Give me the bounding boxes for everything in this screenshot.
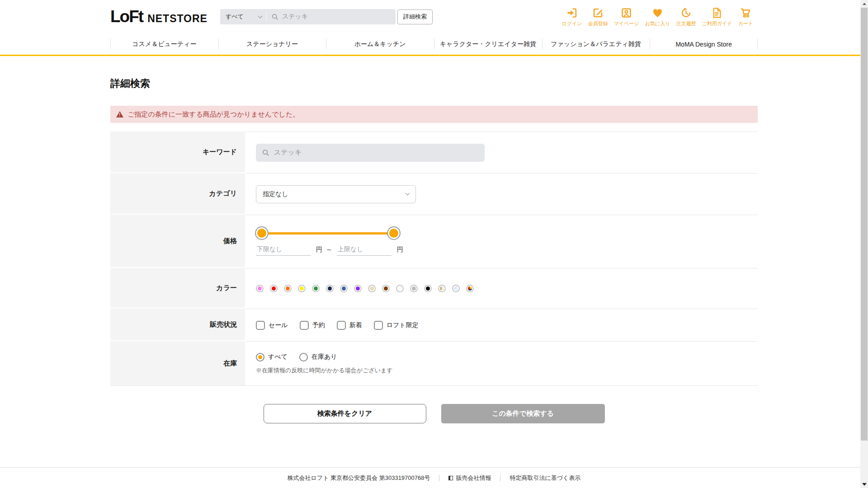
header-search-box: すべて <box>220 9 396 24</box>
radio-in-stock[interactable]: 在庫あり <box>299 353 337 361</box>
color-swatch-orange[interactable] <box>284 285 292 292</box>
color-swatch-green[interactable] <box>312 285 320 292</box>
radio-button[interactable] <box>299 353 308 361</box>
form-row-keyword: キーワード <box>110 131 758 173</box>
checkbox-box[interactable] <box>256 321 265 330</box>
form-actions: 検索条件をクリア この条件で検索する <box>110 404 758 423</box>
stock-options: すべて 在庫あり <box>256 353 758 361</box>
checkbox-reservation[interactable]: 予約 <box>300 321 325 330</box>
search-icon <box>271 13 278 20</box>
price-max-input[interactable] <box>337 245 392 256</box>
company-info-icon <box>448 476 453 480</box>
quick-link-label: ログイン <box>562 20 582 27</box>
color-swatch-clear[interactable] <box>452 285 460 292</box>
form-row-sales-status: 販売状況 セール 予約 新着 <box>110 309 758 341</box>
color-swatch-pink[interactable] <box>256 285 264 292</box>
checkbox-label: セール <box>269 321 288 329</box>
footer-link-label: 販売会社情報 <box>456 474 491 482</box>
color-swatch-gray[interactable] <box>410 285 418 292</box>
checkbox-sale[interactable]: セール <box>256 321 288 330</box>
category-select-value: 指定なし <box>263 190 288 198</box>
quick-link-login[interactable]: ログイン <box>562 7 582 27</box>
quick-link-label: お気に入り <box>645 20 670 27</box>
sales-status-label: 販売状況 <box>110 309 245 341</box>
header-search-input[interactable] <box>282 13 391 20</box>
quick-link-order-history[interactable]: 注文履歴 <box>676 7 696 27</box>
search-with-conditions-button[interactable]: この条件で検索する <box>441 404 605 423</box>
color-swatch-black[interactable] <box>424 285 432 292</box>
price-min-input[interactable] <box>256 245 311 256</box>
color-swatch-list <box>256 285 758 292</box>
mypage-icon <box>620 7 632 19</box>
quick-link-guide[interactable]: ご利用ガイド <box>702 7 732 27</box>
checkbox-box[interactable] <box>300 321 309 330</box>
radio-label: すべて <box>268 353 288 361</box>
search-category-select[interactable]: すべて <box>220 9 266 24</box>
heart-icon <box>651 7 664 19</box>
footer-link-company-info[interactable]: 販売会社情報 <box>448 474 491 482</box>
up-triangle-icon <box>863 3 866 5</box>
color-swatch-multicolor[interactable] <box>466 285 474 292</box>
radio-all[interactable]: すべて <box>256 353 288 361</box>
checkbox-box[interactable] <box>337 321 346 330</box>
detail-search-button[interactable]: 詳細検索 <box>397 9 433 24</box>
clear-conditions-button[interactable]: 検索条件をクリア <box>264 404 426 423</box>
quick-link-favorites[interactable]: お気に入り <box>645 7 670 27</box>
checkbox-box[interactable] <box>374 321 383 330</box>
color-swatch-beige[interactable] <box>368 285 376 292</box>
scrollbar-thumb[interactable] <box>861 8 868 441</box>
color-swatch-brown[interactable] <box>382 285 390 292</box>
color-swatch-navy[interactable] <box>326 285 334 292</box>
login-icon <box>566 7 578 19</box>
quick-link-mypage[interactable]: マイページ <box>614 7 639 27</box>
price-slider-min-handle[interactable] <box>256 227 268 239</box>
scrollbar[interactable] <box>860 0 868 488</box>
page: LoFt NETSTORE すべて <box>0 0 868 488</box>
footer-divider <box>500 475 500 481</box>
price-max-unit: 円 <box>397 246 403 254</box>
page-title: 詳細検索 <box>110 77 758 90</box>
nav-item-fashion-variety[interactable]: ファッション＆バラエティ雑貨 <box>542 33 650 55</box>
nav-item-cosme[interactable]: コスメ＆ビューティー <box>110 33 218 55</box>
down-triangle-icon <box>862 483 867 486</box>
color-swatch-red[interactable] <box>270 285 278 292</box>
loft-logo-mark: LoFt <box>110 7 143 26</box>
color-swatch-yellow[interactable] <box>298 285 306 292</box>
loft-logo-text: NETSTORE <box>147 13 208 25</box>
footer-link-commercial-law[interactable]: 特定商取引法に基づく表示 <box>509 474 580 482</box>
cart-icon <box>740 7 752 19</box>
checkbox-loft-limited[interactable]: ロフト限定 <box>374 321 419 330</box>
checkbox-new-arrival[interactable]: 新着 <box>337 321 362 330</box>
nav-item-character[interactable]: キャラクター・クリエイター雑貨 <box>434 33 542 55</box>
form-row-category: カテゴリ 指定なし <box>110 173 758 215</box>
color-swatch-white[interactable] <box>396 285 404 292</box>
category-select[interactable]: 指定なし <box>256 185 416 203</box>
category-nav: コスメ＆ビューティー ステーショナリー ホーム＆キッチン キャラクター・クリエイ… <box>0 33 868 56</box>
keyword-input[interactable] <box>274 149 479 156</box>
color-swatch-blue[interactable] <box>340 285 348 292</box>
quick-link-register[interactable]: 会員登録 <box>588 7 608 27</box>
nav-item-home-kitchen[interactable]: ホーム＆キッチン <box>326 33 434 55</box>
radio-button-selected[interactable] <box>256 353 264 361</box>
footer-link-label: 特定商取引法に基づく表示 <box>509 474 580 482</box>
color-swatch-purple[interactable] <box>354 285 362 292</box>
keyword-input-box <box>256 144 485 162</box>
form-row-stock: 在庫 すべて 在庫あり ※在庫情報の反映に時間がかかる場合がございます <box>110 341 758 385</box>
color-swatch-gold-silver[interactable] <box>438 285 446 292</box>
search-category-value: すべて <box>226 13 244 21</box>
scroll-up-arrow[interactable] <box>860 0 868 8</box>
main-content: 詳細検索 ご指定の条件に一致する商品が見つかりませんでした。 キーワード <box>110 77 758 423</box>
keyword-label: キーワード <box>110 131 245 173</box>
site-header: LoFt NETSTORE すべて <box>0 0 868 56</box>
price-slider-max-handle[interactable] <box>388 227 400 239</box>
form-row-price: 価格 円 ～ 円 <box>110 215 758 268</box>
price-range-slider <box>256 227 400 239</box>
price-slider-track[interactable] <box>261 232 394 235</box>
color-label: カラー <box>110 268 245 309</box>
scroll-down-arrow[interactable] <box>860 480 868 488</box>
loft-logo[interactable]: LoFt NETSTORE <box>110 7 208 26</box>
checkbox-label: 新着 <box>349 321 362 329</box>
quick-link-cart[interactable]: カート <box>738 7 753 27</box>
nav-item-moma[interactable]: MoMA Design Store <box>650 33 758 55</box>
nav-item-stationery[interactable]: ステーショナリー <box>218 33 326 55</box>
